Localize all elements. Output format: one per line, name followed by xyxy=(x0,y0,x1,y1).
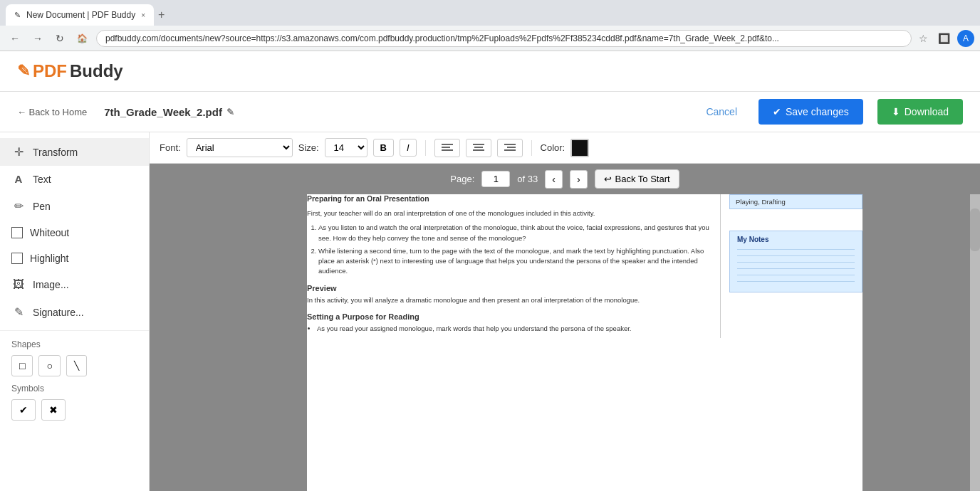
pdf-note-line-5 xyxy=(737,275,855,275)
new-tab-button[interactable]: + xyxy=(158,9,165,21)
edit-filename-icon[interactable]: ✎ xyxy=(226,107,234,117)
extension-icon[interactable]: 🔲 xyxy=(935,30,953,47)
pdf-note-line-2 xyxy=(737,255,855,256)
align-right-button[interactable] xyxy=(497,139,523,157)
shapes-row: □ ○ ╲ xyxy=(0,352,149,379)
back-button[interactable]: ← xyxy=(6,30,24,47)
forward-button[interactable]: → xyxy=(28,30,47,47)
checkmark-symbol-button[interactable]: ✔ xyxy=(11,399,36,421)
prev-page-button[interactable]: ‹ xyxy=(545,170,563,189)
address-bar[interactable] xyxy=(96,30,912,47)
sidebar-item-signature-label: Signature... xyxy=(33,307,84,318)
scrollbar[interactable] xyxy=(970,194,980,491)
sidebar-item-text[interactable]: A Text xyxy=(0,166,149,192)
align-center-button[interactable] xyxy=(466,139,491,157)
move-icon: ✛ xyxy=(11,145,26,159)
page-number-input[interactable] xyxy=(481,171,510,187)
sidebar: ✛ Transform A Text ✏ Pen Whiteout Highli… xyxy=(0,132,150,491)
logo: ✎ PDFBuddy xyxy=(17,61,963,81)
back-home-link[interactable]: ← Back to Home xyxy=(17,107,87,117)
logo-icon: ✎ xyxy=(17,62,30,80)
user-icon[interactable]: A xyxy=(957,30,974,47)
download-label: Download xyxy=(905,106,949,117)
pdf-intro: First, your teacher will do an oral inte… xyxy=(307,208,713,218)
font-label: Font: xyxy=(160,142,181,153)
format-divider-2 xyxy=(531,140,532,156)
scrollbar-thumb[interactable] xyxy=(970,208,980,251)
tab-title: New Document | PDF Buddy xyxy=(26,10,135,20)
pen-icon: ✏ xyxy=(11,199,26,213)
browser-icons: ☆ 🔲 A xyxy=(916,30,974,47)
tab-close-icon[interactable]: × xyxy=(141,11,145,19)
image-icon: 🖼 xyxy=(11,278,26,291)
sidebar-item-whiteout-label: Whiteout xyxy=(30,227,69,238)
sidebar-item-whiteout[interactable]: Whiteout xyxy=(0,220,149,246)
sidebar-item-pen-label: Pen xyxy=(33,201,51,212)
pdf-page: Preparing for an Oral Presentation First… xyxy=(307,194,862,491)
page-nav-bar: Page: of 33 ‹ › ↩ Back To Start xyxy=(150,164,980,194)
pdf-notes-box: My Notes xyxy=(729,231,862,292)
back-start-icon: ↩ xyxy=(604,174,612,184)
browser-controls: ← → ↻ 🏠 ☆ 🔲 A xyxy=(0,26,980,51)
pdf-side-spacer xyxy=(729,209,862,231)
color-picker-button[interactable] xyxy=(570,139,589,157)
browser-tab[interactable]: ✎ New Document | PDF Buddy × xyxy=(6,4,154,26)
refresh-button[interactable]: ↻ xyxy=(51,30,68,47)
prev-page-icon: ‹ xyxy=(552,174,556,185)
pdf-main-column: Preparing for an Oral Presentation First… xyxy=(307,194,720,338)
ellipse-shape-button[interactable]: ○ xyxy=(38,355,60,376)
pdf-left-margin xyxy=(150,194,199,491)
sidebar-item-highlight[interactable]: Highlight xyxy=(0,246,149,271)
align-left-button[interactable] xyxy=(434,139,460,157)
pdf-viewport[interactable]: Preparing for an Oral Presentation First… xyxy=(150,194,980,491)
italic-button[interactable]: I xyxy=(400,139,417,157)
cross-symbol-button[interactable]: ✖ xyxy=(41,399,66,421)
bookmark-star-icon[interactable]: ☆ xyxy=(916,30,931,47)
editor-area: Font: Arial Times New Roman Helvetica Si… xyxy=(150,132,980,491)
sidebar-item-image-label: Image... xyxy=(33,279,69,290)
home-button[interactable]: 🏠 xyxy=(73,32,92,45)
pdf-note-line-1 xyxy=(737,249,855,250)
cancel-button[interactable]: Cancel xyxy=(696,100,747,123)
format-divider xyxy=(425,140,426,156)
browser-chrome: ✎ New Document | PDF Buddy × + ← → ↻ 🏠 ☆… xyxy=(0,0,980,51)
next-page-icon: › xyxy=(577,174,580,185)
logo-pdf: PDF xyxy=(33,61,67,81)
line-shape-button[interactable]: ╲ xyxy=(66,355,87,376)
pdf-setting-list: As you read your assigned monologue, mar… xyxy=(317,324,713,334)
download-icon: ⬇ xyxy=(892,106,900,117)
signature-icon: ✎ xyxy=(11,305,26,319)
rectangle-shape-button[interactable]: □ xyxy=(11,355,33,376)
pdf-preview-title: Preview xyxy=(307,284,713,292)
symbols-row: ✔ ✖ xyxy=(0,396,149,423)
pdf-note-line-6 xyxy=(737,281,855,282)
sidebar-divider xyxy=(0,330,149,331)
save-button[interactable]: ✔ Save changes xyxy=(759,99,863,125)
save-icon: ✔ xyxy=(773,106,781,117)
sidebar-item-transform[interactable]: ✛ Transform xyxy=(0,138,149,166)
back-to-start-button[interactable]: ↩ Back To Start xyxy=(595,169,679,189)
app-toolbar: ← Back to Home 7th_Grade_Week_2.pdf ✎ Ca… xyxy=(0,92,980,132)
sidebar-item-pen[interactable]: ✏ Pen xyxy=(0,192,149,220)
pdf-header: Preparing for an Oral Presentation xyxy=(307,194,713,203)
format-toolbar: Font: Arial Times New Roman Helvetica Si… xyxy=(150,132,980,164)
sidebar-item-image[interactable]: 🖼 Image... xyxy=(0,271,149,298)
pdf-preview-text: In this activity, you will analyze a dra… xyxy=(307,295,713,305)
next-page-button[interactable]: › xyxy=(570,170,588,189)
whiteout-icon xyxy=(11,227,23,238)
sidebar-item-signature[interactable]: ✎ Signature... xyxy=(0,298,149,326)
pdf-playing-tag: Playing, Drafting xyxy=(729,194,862,209)
app-container: ✎ PDFBuddy ← Back to Home 7th_Grade_Week… xyxy=(0,51,980,491)
pdf-notes-title: My Notes xyxy=(737,236,855,243)
pdf-list-item-1: As you listen to and watch the oral inte… xyxy=(318,223,713,243)
shapes-section-label: Shapes xyxy=(0,335,149,352)
bold-button[interactable]: B xyxy=(373,139,394,157)
size-select[interactable]: 14 10 12 16 18 xyxy=(325,138,368,157)
text-icon: A xyxy=(11,173,26,185)
download-button[interactable]: ⬇ Download xyxy=(877,99,963,125)
app-header: ✎ PDFBuddy xyxy=(0,51,980,92)
pdf-two-col: Preparing for an Oral Presentation First… xyxy=(307,194,862,338)
font-select[interactable]: Arial Times New Roman Helvetica xyxy=(187,138,293,157)
pdf-note-line-3 xyxy=(737,262,855,263)
back-start-label: Back To Start xyxy=(615,174,670,184)
